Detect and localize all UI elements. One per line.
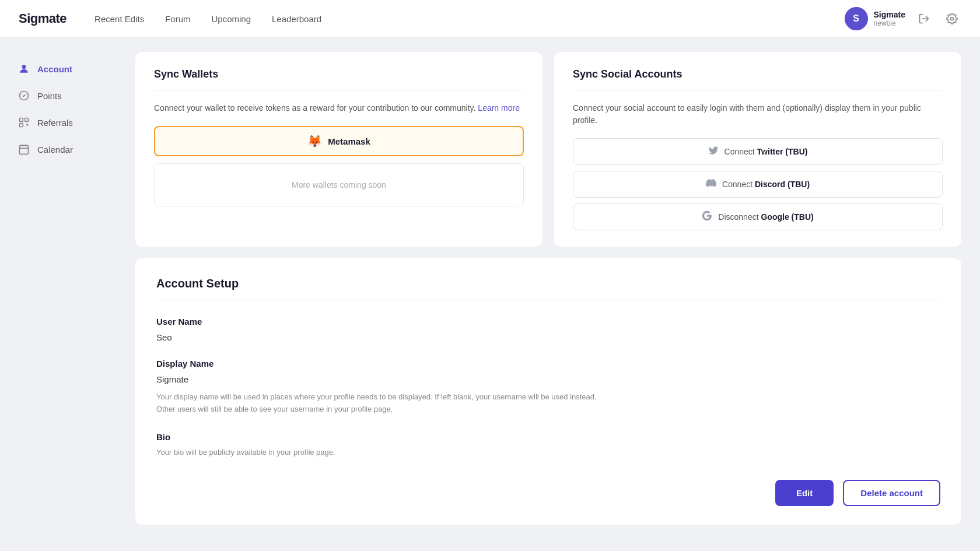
edit-button[interactable]: Edit xyxy=(775,480,834,506)
svg-rect-5 xyxy=(25,118,29,122)
svg-point-1 xyxy=(951,17,954,20)
discord-label: Connect Discord (TBU) xyxy=(722,180,810,189)
logout-icon[interactable] xyxy=(915,9,933,28)
avatar: S xyxy=(845,7,868,30)
sidebar-label-calendar: Calendar xyxy=(37,145,73,155)
sidebar-item-points[interactable]: Points xyxy=(9,83,107,108)
main-nav: Recent Edits Forum Upcoming Leaderboard xyxy=(94,12,844,26)
user-role: newbie xyxy=(874,19,905,27)
nav-upcoming[interactable]: Upcoming xyxy=(211,12,251,26)
header: Sigmate Recent Edits Forum Upcoming Lead… xyxy=(0,0,980,38)
learn-more-link[interactable]: Learn more xyxy=(478,103,520,113)
twitter-connect-button[interactable]: Connect Twitter (TBU) xyxy=(573,138,943,165)
account-setup-divider xyxy=(156,300,940,300)
sync-social-description: Connect your social account to easily lo… xyxy=(573,102,943,127)
display-name-value: Sigmate xyxy=(156,374,940,384)
user-text: Sigmate newbie xyxy=(874,10,905,27)
discord-connect-button[interactable]: Connect Discord (TBU) xyxy=(573,171,943,198)
bio-label: Bio xyxy=(156,432,940,442)
sidebar-label-account: Account xyxy=(37,64,72,74)
sync-social-title: Sync Social Accounts xyxy=(573,68,943,80)
logo: Sigmate xyxy=(19,11,66,26)
delete-account-button[interactable]: Delete account xyxy=(843,480,940,506)
more-wallets-box: More wallets coming soon xyxy=(154,163,524,206)
google-label: Disconnect Google (TBU) xyxy=(718,212,813,222)
metamask-icon: 🦊 xyxy=(307,134,322,148)
sync-wallets-divider xyxy=(154,90,524,90)
sidebar-label-referrals: Referrals xyxy=(37,118,73,128)
metamask-button[interactable]: 🦊 Metamask xyxy=(154,126,524,156)
sync-wallets-title: Sync Wallets xyxy=(154,68,524,80)
user-info: S Sigmate newbie xyxy=(845,7,905,30)
user-name: Sigmate xyxy=(874,10,905,19)
sync-wallets-description: Connect your wallet to receive tokens as… xyxy=(154,102,524,114)
calendar-icon xyxy=(18,143,30,156)
display-name-hint: Your display name will be used in places… xyxy=(156,391,940,416)
nav-leaderboard[interactable]: Leaderboard xyxy=(272,12,321,26)
settings-icon[interactable] xyxy=(943,9,961,28)
main-content: Sync Wallets Connect your wallet to rece… xyxy=(117,38,980,551)
layout: Account Points Referrals xyxy=(0,0,980,551)
top-row: Sync Wallets Connect your wallet to rece… xyxy=(135,52,961,247)
display-name-label: Display Name xyxy=(156,359,940,368)
sync-wallets-card: Sync Wallets Connect your wallet to rece… xyxy=(135,52,542,247)
username-label: User Name xyxy=(156,317,940,327)
svg-rect-7 xyxy=(20,145,29,154)
discord-icon xyxy=(706,178,716,191)
account-icon xyxy=(18,62,30,75)
sync-social-divider xyxy=(573,90,943,90)
account-setup-title: Account Setup xyxy=(156,277,940,290)
username-value: Seo xyxy=(156,332,940,342)
sync-social-card: Sync Social Accounts Connect your social… xyxy=(554,52,961,247)
referrals-icon xyxy=(18,116,30,129)
svg-rect-4 xyxy=(20,118,23,122)
sidebar-label-points: Points xyxy=(37,91,62,101)
sidebar-item-referrals[interactable]: Referrals xyxy=(9,110,107,135)
twitter-label: Connect Twitter (TBU) xyxy=(724,147,808,156)
svg-rect-6 xyxy=(20,124,23,127)
metamask-label: Metamask xyxy=(328,136,370,146)
account-setup-card: Account Setup User Name Seo Display Name… xyxy=(135,258,961,525)
svg-point-2 xyxy=(22,65,26,69)
google-disconnect-button[interactable]: Disconnect Google (TBU) xyxy=(573,203,943,230)
google-icon xyxy=(702,210,712,223)
nav-recent-edits[interactable]: Recent Edits xyxy=(94,12,144,26)
footer-actions: Edit Delete account xyxy=(156,471,940,506)
sidebar-item-account[interactable]: Account xyxy=(9,57,107,81)
sidebar: Account Points Referrals xyxy=(0,38,117,551)
bio-hint: Your bio will be publicly available in y… xyxy=(156,448,940,457)
more-wallets-text: More wallets coming soon xyxy=(292,180,386,189)
header-right: S Sigmate newbie xyxy=(845,7,961,30)
points-icon xyxy=(18,89,30,102)
twitter-icon xyxy=(708,145,719,158)
nav-forum[interactable]: Forum xyxy=(165,12,190,26)
sidebar-item-calendar[interactable]: Calendar xyxy=(9,137,107,162)
